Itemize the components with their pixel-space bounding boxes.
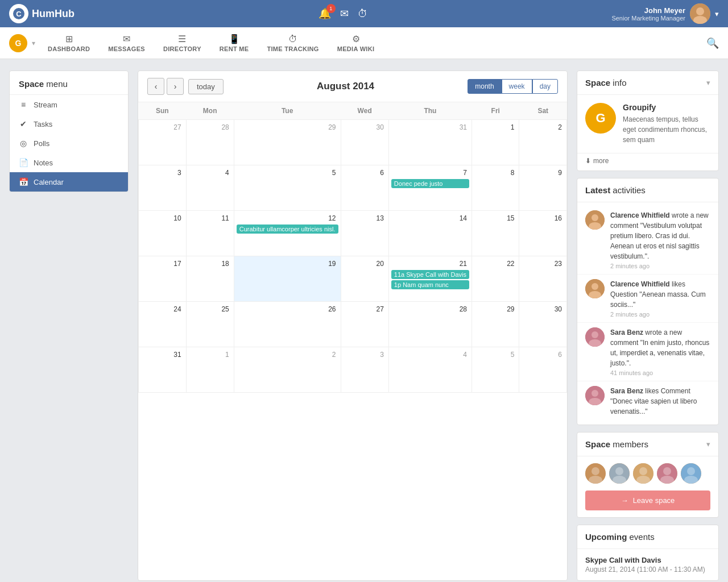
calendar-day[interactable]: 22: [472, 256, 519, 302]
calendar-day[interactable]: 24: [139, 302, 187, 347]
calendar-header: ‹ › today August 2014 month week day: [138, 71, 567, 102]
day-number: 4: [189, 168, 231, 178]
nav-messages[interactable]: ✉ MESSAGES: [100, 29, 153, 57]
calendar-day[interactable]: 30: [341, 120, 388, 165]
day-number: 12: [237, 213, 338, 223]
calendar-day[interactable]: 18: [186, 256, 234, 302]
sidebar-item-polls-label: Polls: [34, 139, 49, 148]
calendar-day[interactable]: 14: [388, 211, 471, 256]
calendar-day[interactable]: 3: [341, 347, 388, 393]
svg-point-6: [592, 214, 598, 221]
calendar-day[interactable]: 4: [186, 165, 234, 211]
search-button[interactable]: 🔍: [706, 37, 719, 49]
calendar-day[interactable]: 2111a Skype Call with Davis1p Nam quam n…: [388, 256, 471, 302]
calendar-day[interactable]: 10: [139, 211, 187, 256]
calendar-day[interactable]: 20: [341, 256, 388, 302]
rent-me-icon: 📱: [229, 34, 240, 44]
members-collapse[interactable]: ▾: [706, 440, 710, 448]
space-dropdown[interactable]: ▾: [32, 39, 35, 47]
calendar-day[interactable]: 29: [234, 120, 341, 165]
calendar-day[interactable]: 28: [388, 302, 471, 347]
day-number: 19: [237, 259, 338, 269]
cal-nav-buttons: ‹ ›: [147, 78, 184, 95]
calendar-day[interactable]: 12Curabitur ullamcorper ultricies nisl.: [234, 211, 341, 256]
nav-rent-me[interactable]: 📱 RENT ME: [212, 29, 257, 57]
sidebar-item-calendar[interactable]: 📅 Calendar: [10, 172, 128, 192]
user-dropdown-icon[interactable]: ▾: [715, 10, 719, 18]
calendar-day[interactable]: 19: [234, 256, 341, 302]
sidebar-item-calendar-label: Calendar: [34, 178, 64, 186]
space-info-body: G Groupify Maecenas tempus, tellus eget …: [577, 95, 718, 153]
svg-point-9: [592, 283, 598, 290]
sidebar-item-tasks[interactable]: ✔ Tasks: [10, 114, 128, 134]
calendar-day[interactable]: 4: [388, 347, 471, 393]
calendar-day[interactable]: 13: [341, 211, 388, 256]
sec-navbar: G ▾ ⊞ DASHBOARD ✉ MESSAGES ☰ DIRECTORY 📱…: [0, 27, 728, 59]
member-avatar[interactable]: [657, 463, 677, 484]
user-avatar[interactable]: [690, 3, 710, 24]
calendar-day[interactable]: 23: [519, 256, 567, 302]
sidebar-item-polls[interactable]: ◎ Polls: [10, 134, 128, 153]
sidebar-item-stream[interactable]: ≡ Stream: [10, 95, 128, 114]
nav-media-wiki[interactable]: ⚙ MEDIA WIKI: [329, 29, 383, 57]
calendar-day[interactable]: 1: [186, 347, 234, 393]
notifications-button[interactable]: 🔔 1: [318, 7, 331, 20]
calendar-day[interactable]: 6: [519, 347, 567, 393]
polls-icon: ◎: [19, 139, 28, 148]
nav-directory[interactable]: ☰ DIRECTORY: [155, 29, 209, 57]
calendar-day[interactable]: 2: [234, 347, 341, 393]
sidebar-item-notes[interactable]: 📄 Notes: [10, 153, 128, 172]
calendar-day[interactable]: 17: [139, 256, 187, 302]
cal-next-button[interactable]: ›: [167, 78, 184, 95]
svg-point-27: [663, 467, 671, 475]
calendar-day[interactable]: 7Donec pede justo: [388, 165, 471, 211]
calendar-day[interactable]: 2: [519, 120, 567, 165]
upcoming-event-title: Skype Call with Davis: [585, 556, 710, 564]
upcoming-event-item[interactable]: Skype Call with Davis August 21, 2014 (1…: [585, 556, 710, 573]
calendar-day[interactable]: 31: [388, 120, 471, 165]
space-info-more[interactable]: ⬇ more: [577, 153, 718, 171]
messages-button[interactable]: ✉: [340, 7, 349, 20]
leave-space-button[interactable]: → Leave space: [585, 490, 710, 510]
calendar-day[interactable]: 28: [186, 120, 234, 165]
calendar-day[interactable]: 29: [472, 302, 519, 347]
activity-time: 2 minutes ago: [610, 263, 710, 269]
calendar-day[interactable]: 26: [234, 302, 341, 347]
member-avatar[interactable]: [633, 463, 653, 484]
calendar-event[interactable]: Curabitur ullamcorper ultricies nisl.: [237, 225, 338, 234]
calendar-event[interactable]: 1p Nam quam nunc: [391, 280, 469, 289]
day-number: 2: [237, 350, 338, 360]
calendar-day[interactable]: 15: [472, 211, 519, 256]
calendar-day[interactable]: 25: [186, 302, 234, 347]
nav-time-tracking[interactable]: ⏱ TIME TRACKING: [259, 30, 326, 57]
cal-prev-button[interactable]: ‹: [147, 78, 164, 95]
member-avatar[interactable]: [585, 463, 606, 484]
calendar-day[interactable]: 8: [472, 165, 519, 211]
calendar-day[interactable]: 27: [341, 302, 388, 347]
calendar-day[interactable]: 9: [519, 165, 567, 211]
day-number: 15: [474, 213, 516, 223]
calendar-day[interactable]: 31: [139, 347, 187, 393]
member-avatar[interactable]: [681, 463, 701, 484]
calendar-day[interactable]: 16: [519, 211, 567, 256]
calendar-day[interactable]: 30: [519, 302, 567, 347]
nav-dashboard[interactable]: ⊞ DASHBOARD: [40, 29, 98, 57]
view-month-button[interactable]: month: [468, 79, 501, 94]
calendar-day[interactable]: 5: [234, 165, 341, 211]
calendar-day[interactable]: 27: [139, 120, 187, 165]
calendar-day[interactable]: 3: [139, 165, 187, 211]
calendar-event[interactable]: Donec pede justo: [391, 179, 469, 188]
calendar-day[interactable]: 11: [186, 211, 234, 256]
svg-point-24: [639, 467, 647, 475]
calendar-event[interactable]: 11a Skype Call with Davis: [391, 270, 469, 279]
space-button[interactable]: G: [9, 34, 27, 52]
calendar-day[interactable]: 5: [472, 347, 519, 393]
view-week-button[interactable]: week: [502, 79, 532, 94]
calendar-day[interactable]: 6: [341, 165, 388, 211]
calendar-day[interactable]: 1: [472, 120, 519, 165]
member-avatar[interactable]: [609, 463, 630, 484]
space-info-collapse[interactable]: ▾: [706, 78, 710, 87]
today-button[interactable]: today: [188, 79, 224, 94]
view-day-button[interactable]: day: [532, 79, 558, 94]
clock-button[interactable]: ⏱: [358, 8, 368, 20]
